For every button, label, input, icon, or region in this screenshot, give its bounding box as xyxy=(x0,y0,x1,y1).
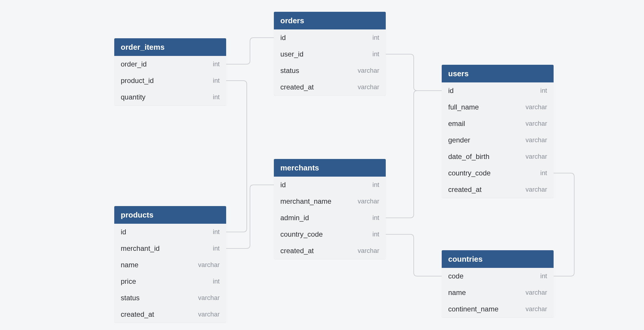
column-row[interactable]: idint xyxy=(274,29,386,46)
column-type: int xyxy=(213,60,220,68)
column-type: varchar xyxy=(526,153,547,160)
column-row[interactable]: created_atvarchar xyxy=(274,243,386,259)
relation-connector xyxy=(226,185,274,248)
column-row[interactable]: idint xyxy=(442,82,554,99)
column-type: int xyxy=(213,228,220,236)
column-name: quantity xyxy=(121,93,145,101)
column-row[interactable]: created_atvarchar xyxy=(114,306,226,323)
column-name: user_id xyxy=(280,50,304,58)
column-type: int xyxy=(373,230,379,238)
column-type: varchar xyxy=(526,136,547,144)
table-orders[interactable]: ordersidintuser_idintstatusvarcharcreate… xyxy=(274,12,386,95)
column-type: int xyxy=(373,181,379,189)
column-type: int xyxy=(540,169,547,177)
column-type: int xyxy=(213,77,220,84)
table-header[interactable]: products xyxy=(114,206,226,224)
column-name: status xyxy=(280,67,299,75)
column-name: id xyxy=(280,181,286,189)
column-type: varchar xyxy=(358,247,379,255)
column-type: int xyxy=(213,93,220,101)
column-row[interactable]: emailvarchar xyxy=(442,115,554,132)
column-row[interactable]: created_atvarchar xyxy=(442,181,554,198)
column-row[interactable]: priceint xyxy=(114,273,226,290)
column-type: varchar xyxy=(358,67,379,74)
column-type: varchar xyxy=(526,103,547,111)
column-row[interactable]: idint xyxy=(274,177,386,193)
column-name: order_id xyxy=(121,60,147,68)
column-type: int xyxy=(213,245,220,252)
column-row[interactable]: product_idint xyxy=(114,72,226,89)
relation-connector xyxy=(554,173,574,276)
column-name: email xyxy=(448,120,465,128)
column-name: admin_id xyxy=(280,214,309,222)
column-name: date_of_birth xyxy=(448,152,489,161)
column-row[interactable]: order_idint xyxy=(114,56,226,72)
column-row[interactable]: codeint xyxy=(442,268,554,284)
column-type: varchar xyxy=(198,311,220,318)
table-users[interactable]: usersidintfull_namevarcharemailvarcharge… xyxy=(442,65,554,198)
column-type: varchar xyxy=(526,120,547,127)
column-name: id xyxy=(121,228,126,236)
table-order_items[interactable]: order_itemsorder_idintproduct_idintquant… xyxy=(114,38,226,105)
table-header[interactable]: countries xyxy=(442,250,554,268)
relation-connector xyxy=(386,91,442,218)
table-header[interactable]: orders xyxy=(274,12,386,29)
relation-connector xyxy=(386,234,442,276)
column-name: created_at xyxy=(448,185,481,194)
column-row[interactable]: admin_idint xyxy=(274,210,386,226)
column-type: int xyxy=(213,278,220,285)
column-row[interactable]: merchant_namevarchar xyxy=(274,193,386,210)
column-type: varchar xyxy=(526,305,547,313)
relation-connector xyxy=(226,81,247,232)
column-row[interactable]: continent_namevarchar xyxy=(442,301,554,317)
column-row[interactable]: created_atvarchar xyxy=(274,79,386,95)
column-row[interactable]: statusvarchar xyxy=(274,62,386,79)
column-row[interactable]: country_codeint xyxy=(274,226,386,243)
column-row[interactable]: date_of_birthvarchar xyxy=(442,148,554,165)
relation-connector xyxy=(386,54,442,91)
column-name: merchant_name xyxy=(280,197,331,205)
column-type: varchar xyxy=(526,289,547,296)
column-name: merchant_id xyxy=(121,244,160,253)
column-row[interactable]: gendervarchar xyxy=(442,132,554,148)
relation-connector xyxy=(226,38,274,64)
column-row[interactable]: full_namevarchar xyxy=(442,99,554,115)
column-row[interactable]: idint xyxy=(114,224,226,240)
column-row[interactable]: country_codeint xyxy=(442,165,554,181)
table-header[interactable]: users xyxy=(442,65,554,82)
column-type: varchar xyxy=(358,198,379,205)
table-countries[interactable]: countriescodeintnamevarcharcontinent_nam… xyxy=(442,250,554,317)
column-type: varchar xyxy=(526,186,547,193)
column-name: country_code xyxy=(448,169,491,177)
column-name: created_at xyxy=(280,247,314,255)
column-row[interactable]: statusvarchar xyxy=(114,290,226,306)
column-name: id xyxy=(280,34,286,42)
column-row[interactable]: namevarchar xyxy=(114,257,226,273)
column-name: created_at xyxy=(121,310,154,319)
column-type: varchar xyxy=(198,261,220,269)
column-type: int xyxy=(373,50,379,58)
table-merchants[interactable]: merchantsidintmerchant_namevarcharadmin_… xyxy=(274,159,386,259)
column-type: int xyxy=(373,34,379,42)
column-row[interactable]: namevarchar xyxy=(442,284,554,301)
table-products[interactable]: productsidintmerchant_idintnamevarcharpr… xyxy=(114,206,226,323)
column-name: continent_name xyxy=(448,305,499,313)
column-name: name xyxy=(448,288,466,297)
column-name: product_id xyxy=(121,77,154,85)
column-row[interactable]: user_idint xyxy=(274,46,386,62)
column-name: created_at xyxy=(280,83,314,91)
column-type: int xyxy=(373,214,379,222)
column-type: varchar xyxy=(198,294,220,302)
column-type: int xyxy=(540,272,547,280)
column-row[interactable]: quantityint xyxy=(114,89,226,105)
table-header[interactable]: merchants xyxy=(274,159,386,177)
column-row[interactable]: merchant_idint xyxy=(114,240,226,257)
column-name: gender xyxy=(448,136,470,144)
column-name: code xyxy=(448,272,463,280)
column-name: status xyxy=(121,294,140,302)
column-type: int xyxy=(540,87,547,94)
column-name: full_name xyxy=(448,103,479,111)
column-name: id xyxy=(448,87,454,95)
table-header[interactable]: order_items xyxy=(114,38,226,56)
column-name: country_code xyxy=(280,230,323,238)
